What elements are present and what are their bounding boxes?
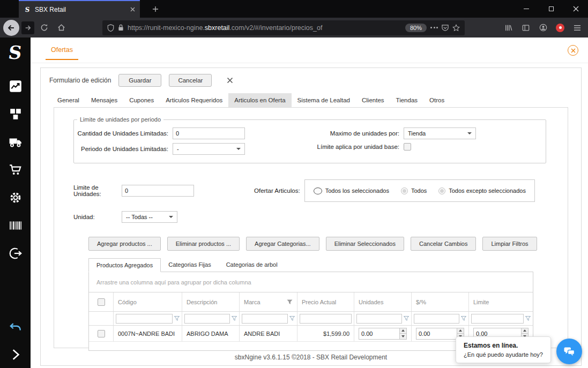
sidebar-sales-button[interactable] <box>9 163 23 177</box>
spin-down-icon[interactable] <box>400 333 406 339</box>
back-button[interactable] <box>3 20 19 36</box>
tab-articulos-en-oferta[interactable]: Articulos en Oferta <box>228 93 291 107</box>
radio-icon[interactable] <box>438 187 445 194</box>
spin-up-icon[interactable] <box>400 328 406 334</box>
tab-ofertas[interactable]: Ofertas <box>46 46 78 60</box>
filter-input-precio[interactable] <box>300 314 352 324</box>
tab-productos-agregados[interactable]: Productos Agregados <box>88 258 161 272</box>
tab-mensajes[interactable]: Mensajes <box>85 93 123 107</box>
page-actions-dots-icon[interactable] <box>430 27 438 28</box>
logout-icon <box>9 246 23 260</box>
max-units-label: Maximo de unidades por: <box>314 130 399 137</box>
tab-cupones[interactable]: Cupones <box>123 93 160 107</box>
sidebar-barcode-button[interactable] <box>9 219 23 232</box>
lock-icon[interactable] <box>118 24 124 31</box>
qty-limited-input[interactable] <box>173 127 245 139</box>
radio-icon[interactable] <box>314 187 322 194</box>
column-header-marca[interactable]: Marca <box>240 292 297 311</box>
home-button[interactable] <box>54 20 69 35</box>
column-header-descripcion[interactable]: Descripción <box>182 292 240 311</box>
sidebar-logout-button[interactable] <box>9 246 23 260</box>
unidades-editor <box>359 328 407 340</box>
tracking-protection-shield-icon[interactable] <box>107 24 114 32</box>
max-units-select[interactable]: Tienda <box>404 127 476 139</box>
new-tab-button[interactable] <box>147 0 163 18</box>
reload-button[interactable] <box>36 20 51 35</box>
zoom-level-badge[interactable]: 80% <box>405 24 427 32</box>
column-header-monto[interactable]: $/% <box>412 292 469 311</box>
add-categories-button[interactable]: Agregar Categorias... <box>246 237 319 251</box>
sidebar-analytics-button[interactable] <box>9 79 23 93</box>
tab-clientes[interactable]: Clientes <box>356 93 390 107</box>
module-close-button[interactable] <box>568 45 578 56</box>
window-maximize-button[interactable] <box>539 0 563 18</box>
unit-select[interactable]: -- Todas -- <box>122 211 177 223</box>
hamburger-menu-icon <box>574 25 581 31</box>
monto-input[interactable] <box>416 328 457 339</box>
filter-input-descripcion[interactable] <box>184 314 230 324</box>
period-limited-select[interactable]: - <box>173 143 245 155</box>
extension-badge-button[interactable] <box>553 20 568 35</box>
limit-units-input[interactable] <box>122 185 194 197</box>
window-minimize-button[interactable] <box>514 0 539 18</box>
tab-tiendas[interactable]: Tiendas <box>390 93 424 107</box>
cancel-changes-button[interactable]: Cancelar Cambios <box>411 237 476 251</box>
url-bar[interactable]: https://runit-mexico-ngine.sbxretail.com… <box>102 20 465 35</box>
window-close-button[interactable] <box>563 0 588 18</box>
remove-selected-button[interactable]: Eliminar Seleccionados <box>326 237 404 251</box>
grid-group-panel[interactable]: Arrastre una columna aquí para agrupar p… <box>89 272 533 292</box>
spin-up-icon[interactable] <box>522 328 528 334</box>
analytics-chart-icon <box>9 79 23 93</box>
sidebar-shipping-button[interactable] <box>9 135 23 149</box>
filter-input-monto[interactable] <box>414 314 459 324</box>
radio-todos-excepto[interactable]: Todos excepto seleccionados <box>438 187 526 194</box>
filter-input-limite[interactable] <box>471 314 524 324</box>
tab-sistema-de-lealtad[interactable]: Sistema de Lealtad <box>292 93 356 107</box>
chat-launcher-button[interactable] <box>556 339 582 364</box>
base-unit-checkbox[interactable] <box>404 143 411 151</box>
column-header-limite[interactable]: Limite <box>469 292 533 311</box>
sidebar-toggle-button[interactable] <box>518 20 533 35</box>
radio-todos[interactable]: Todos <box>401 187 427 194</box>
form-close-button[interactable] <box>227 77 233 84</box>
filter-funnel-icon <box>232 316 237 321</box>
column-header-codigo[interactable]: Código <box>114 292 182 311</box>
filter-input-unidades[interactable] <box>356 314 402 324</box>
column-header-unidades[interactable]: Unidades <box>354 292 412 311</box>
chat-status-popup[interactable]: Estamos en línea. ¿En qué puedo ayudarte… <box>456 336 551 363</box>
remove-products-button[interactable]: Eliminar productos ... <box>167 237 240 251</box>
sbx-logo[interactable]: S <box>7 40 24 65</box>
filter-input-marca[interactable] <box>242 314 288 324</box>
account-button[interactable] <box>535 20 550 35</box>
filter-funnel-icon <box>289 316 295 321</box>
tab-categorias-de-arbol[interactable]: Categorias de arbol <box>219 258 285 272</box>
sidebar-inventory-button[interactable] <box>9 107 23 121</box>
spin-up-icon[interactable] <box>457 328 464 334</box>
bookmark-star-icon[interactable] <box>452 24 460 32</box>
sidebar-settings-button[interactable] <box>9 191 23 205</box>
clear-filters-button[interactable]: Limpiar Filtros <box>482 237 537 251</box>
unidades-input[interactable] <box>359 328 399 339</box>
tab-otros[interactable]: Otros <box>423 93 450 107</box>
browser-tab[interactable]: S SBX Retail <box>19 0 140 18</box>
sidebar-expand-button[interactable] <box>9 348 23 362</box>
pocket-save-icon[interactable] <box>442 24 449 31</box>
row-checkbox[interactable] <box>98 330 105 337</box>
cancel-button[interactable]: Cancelar <box>169 74 212 87</box>
library-button[interactable] <box>501 20 516 35</box>
save-button[interactable]: Guardar <box>118 74 161 87</box>
column-header-precio-actual[interactable]: Precio Actual <box>297 292 354 311</box>
menu-button[interactable] <box>570 20 585 35</box>
tab-articulos-requeridos[interactable]: Articulos Requeridos <box>160 93 228 107</box>
sidebar-undo-button[interactable] <box>9 320 23 334</box>
tab-general[interactable]: General <box>51 93 85 107</box>
add-products-button[interactable]: Agregar productos ... <box>88 237 161 251</box>
tab-categorias-fijas[interactable]: Categorias Fijas <box>161 258 218 272</box>
forward-button[interactable] <box>21 21 34 34</box>
select-all-checkbox[interactable] <box>98 298 105 306</box>
tab-close-icon[interactable] <box>130 7 135 12</box>
filter-input-codigo[interactable] <box>116 314 173 324</box>
radio-todos-seleccionados[interactable]: Todos los seleccionados <box>314 187 389 194</box>
period-limits-fieldset: Limite de unidades por periodo Cantidad … <box>73 116 546 163</box>
radio-icon[interactable] <box>401 187 408 194</box>
